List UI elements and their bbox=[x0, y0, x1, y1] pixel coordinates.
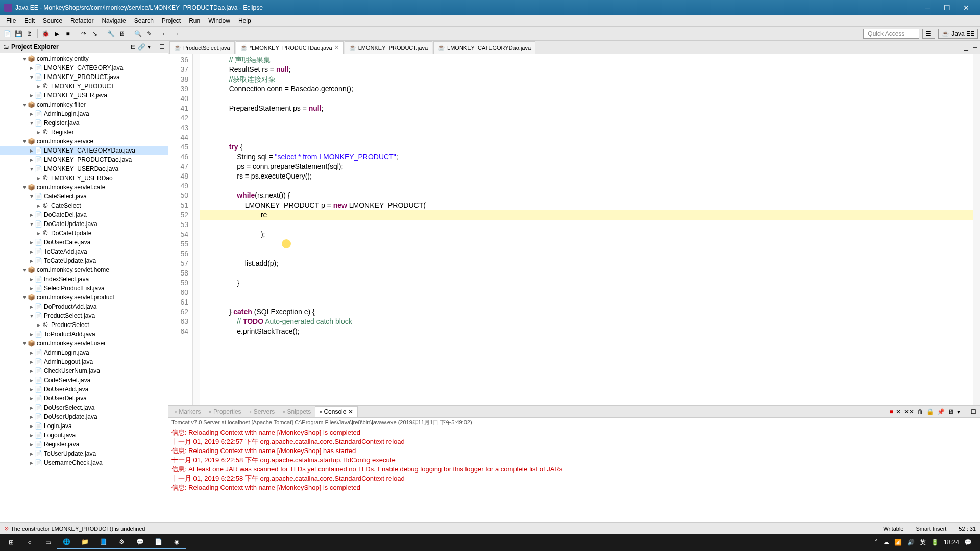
menu-refactor[interactable]: Refactor bbox=[66, 16, 97, 26]
project-tree[interactable]: ▾📦com.lmonkey.entity▸📄LMONKEY_CATEGORY.j… bbox=[0, 53, 168, 522]
start-button[interactable]: ⊞ bbox=[2, 535, 20, 549]
tree-node[interactable]: ▸📄DoUserUpdate.java bbox=[0, 412, 168, 421]
menu-source[interactable]: Source bbox=[39, 16, 66, 26]
code-editor[interactable]: 3637383940414243444546474849505152535455… bbox=[168, 54, 980, 405]
tree-node[interactable]: ▸©ProductSelect bbox=[0, 320, 168, 330]
close-button[interactable]: ✕ bbox=[957, 4, 976, 12]
tree-node[interactable]: ▸📄AdminLogin.java bbox=[0, 109, 168, 118]
tree-node[interactable]: ▾📄DoCateUpdate.java bbox=[0, 219, 168, 229]
tree-node[interactable]: ▸©Register bbox=[0, 128, 168, 137]
nav-forward-button[interactable]: → bbox=[171, 29, 181, 39]
open-console-button[interactable]: ▾ bbox=[957, 408, 960, 415]
new-server-button[interactable]: 🖥 bbox=[117, 29, 127, 39]
taskbar-eclipse-icon[interactable]: ◉ bbox=[167, 535, 186, 549]
menu-file[interactable]: File bbox=[2, 16, 20, 26]
tree-node[interactable]: ▸📄Logout.java bbox=[0, 431, 168, 440]
tree-node[interactable]: ▾📄LMONKEY_USERDao.java bbox=[0, 164, 168, 173]
tree-node[interactable]: ▸📄DoUserCate.java bbox=[0, 238, 168, 247]
tree-node[interactable]: ▸📄ToCateAdd.java bbox=[0, 247, 168, 256]
tray-up-icon[interactable]: ˄ bbox=[875, 539, 878, 546]
menu-window[interactable]: Window bbox=[204, 16, 234, 26]
tree-node[interactable]: ▸©LMONKEY_PRODUCT bbox=[0, 82, 168, 91]
tray-network-icon[interactable]: 📶 bbox=[894, 539, 902, 546]
maximize-button[interactable]: ☐ bbox=[937, 4, 957, 12]
taskbar-vscode-icon[interactable]: 📘 bbox=[94, 535, 112, 549]
tree-node[interactable]: ▾📄CateSelect.java bbox=[0, 192, 168, 201]
editor-tab[interactable]: ☕LMONKEY_CATEGORYDao.java bbox=[433, 41, 535, 54]
display-console-button[interactable]: 🖥 bbox=[948, 408, 954, 415]
taskbar-word-icon[interactable]: 📄 bbox=[149, 535, 167, 549]
tree-node[interactable]: ▸📄DoProductAdd.java bbox=[0, 302, 168, 311]
view-menu-button[interactable]: ▾ bbox=[148, 43, 151, 51]
tree-node[interactable]: ▸📄LMONKEY_CATEGORYDao.java bbox=[0, 146, 168, 155]
tree-node[interactable]: ▸📄CheckUserNum.java bbox=[0, 366, 168, 375]
toggle-mark-button[interactable]: ✎ bbox=[144, 29, 154, 39]
tree-node[interactable]: ▸📄UsernameCheck.java bbox=[0, 458, 168, 467]
menu-navigate[interactable]: Navigate bbox=[97, 16, 130, 26]
minimize-editor-button[interactable]: ─ bbox=[964, 46, 968, 54]
tree-node[interactable]: ▸📄AdminLogin.java bbox=[0, 348, 168, 357]
bottom-tab-servers[interactable]: ▫Servers bbox=[246, 407, 279, 417]
tree-node[interactable]: ▸📄DoCateDel.java bbox=[0, 210, 168, 219]
tree-node[interactable]: ▾📦com.lmonkey.servlet.home bbox=[0, 265, 168, 274]
tree-node[interactable]: ▸📄DoUserSelect.java bbox=[0, 403, 168, 412]
editor-tab[interactable]: ☕ProductSelect.java bbox=[169, 41, 235, 54]
tree-node[interactable]: ▾📦com.lmonkey.servlet.cate bbox=[0, 183, 168, 192]
step-over-button[interactable]: ↷ bbox=[79, 29, 89, 39]
pin-console-button[interactable]: 📌 bbox=[937, 408, 945, 415]
tray-cloud-icon[interactable]: ☁ bbox=[883, 539, 889, 546]
bottom-tab-markers[interactable]: ▫Markers bbox=[170, 407, 205, 417]
save-button[interactable]: 💾 bbox=[13, 29, 23, 39]
debug-button[interactable]: 🐞 bbox=[40, 29, 51, 39]
save-all-button[interactable]: 🗎 bbox=[24, 29, 35, 39]
system-tray[interactable]: ˄ ☁ 📶 🔊 英 🔋 18:24 💬 bbox=[875, 538, 972, 547]
console-output[interactable]: 信息: Reloading Context with name [/Monkey… bbox=[168, 427, 980, 522]
taskbar-wechat-icon[interactable]: 💬 bbox=[131, 535, 149, 549]
menu-help[interactable]: Help bbox=[234, 16, 255, 26]
tree-node[interactable]: ▸©LMONKEY_USERDao bbox=[0, 173, 168, 183]
tree-node[interactable]: ▸📄Register.java bbox=[0, 440, 168, 449]
bottom-tab-properties[interactable]: ▫Properties bbox=[205, 407, 246, 417]
link-editor-button[interactable]: 🔗 bbox=[138, 43, 145, 51]
tree-node[interactable]: ▸©CateSelect bbox=[0, 201, 168, 210]
tree-node[interactable]: ▾📦com.lmonkey.servlet.product bbox=[0, 293, 168, 302]
scroll-lock-button[interactable]: 🔒 bbox=[926, 408, 934, 415]
nav-back-button[interactable]: ← bbox=[160, 29, 170, 39]
run-button[interactable]: ▶ bbox=[52, 29, 62, 39]
maximize-panel-button[interactable]: ☐ bbox=[971, 408, 976, 415]
tree-node[interactable]: ▸📄IndexSelect.java bbox=[0, 274, 168, 284]
maximize-editor-button[interactable]: ☐ bbox=[972, 46, 978, 54]
tree-node[interactable]: ▸📄AdminLogout.java bbox=[0, 357, 168, 366]
tree-node[interactable]: ▾📦com.lmonkey.service bbox=[0, 137, 168, 146]
new-button[interactable]: 📄 bbox=[2, 29, 12, 39]
tray-battery-icon[interactable]: 🔋 bbox=[931, 539, 939, 546]
taskbar-explorer-icon[interactable]: 📁 bbox=[76, 535, 94, 549]
tree-node[interactable]: ▸📄ToCateUpdate.java bbox=[0, 256, 168, 265]
menu-edit[interactable]: Edit bbox=[20, 16, 39, 26]
tree-node[interactable]: ▸📄SelectProductList.java bbox=[0, 284, 168, 293]
minimize-button[interactable]: ─ bbox=[918, 4, 937, 12]
bottom-tab-snippets[interactable]: ▫Snippets bbox=[279, 407, 315, 417]
tree-node[interactable]: ▸📄ToUserUpdate.java bbox=[0, 449, 168, 458]
tree-node[interactable]: ▾📦com.lmonkey.servlet.user bbox=[0, 339, 168, 348]
tree-node[interactable]: ▸📄ToProductAdd.java bbox=[0, 330, 168, 339]
bottom-tab-console[interactable]: ▫Console ✕ bbox=[315, 406, 358, 417]
minimize-view-button[interactable]: ─ bbox=[153, 43, 157, 51]
minimize-panel-button[interactable]: ─ bbox=[963, 408, 968, 415]
remove-all-button[interactable]: ✕✕ bbox=[904, 408, 914, 415]
tree-node[interactable]: ▾📄LMONKEY_PRODUCT.java bbox=[0, 72, 168, 82]
terminate-button[interactable]: ■ bbox=[889, 408, 893, 415]
tree-node[interactable]: ▸📄LMONKEY_CATEGORY.java bbox=[0, 63, 168, 72]
search-button[interactable]: 🔍 bbox=[133, 29, 143, 39]
java-ee-perspective[interactable]: ☕Java EE bbox=[938, 29, 978, 39]
tray-clock[interactable]: 18:24 bbox=[944, 539, 959, 546]
task-view-button[interactable]: ▭ bbox=[39, 535, 57, 549]
editor-tab[interactable]: ☕*LMONKEY_PRODUCTDao.java✕ bbox=[236, 41, 344, 54]
open-perspective-button[interactable]: ☰ bbox=[922, 29, 935, 39]
tree-node[interactable]: ▾📄Register.java bbox=[0, 118, 168, 128]
menu-run[interactable]: Run bbox=[185, 16, 204, 26]
menu-search[interactable]: Search bbox=[130, 16, 158, 26]
step-into-button[interactable]: ↘ bbox=[90, 29, 100, 39]
tree-node[interactable]: ▾📦com.lmonkey.entity bbox=[0, 54, 168, 63]
menu-project[interactable]: Project bbox=[158, 16, 185, 26]
